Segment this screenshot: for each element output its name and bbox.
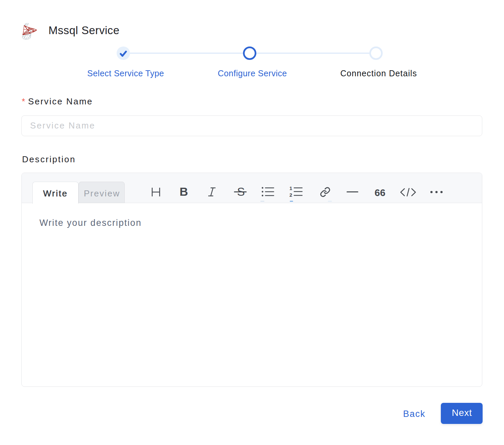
svg-text:2: 2 [289,192,292,197]
svg-text:1: 1 [289,186,292,191]
